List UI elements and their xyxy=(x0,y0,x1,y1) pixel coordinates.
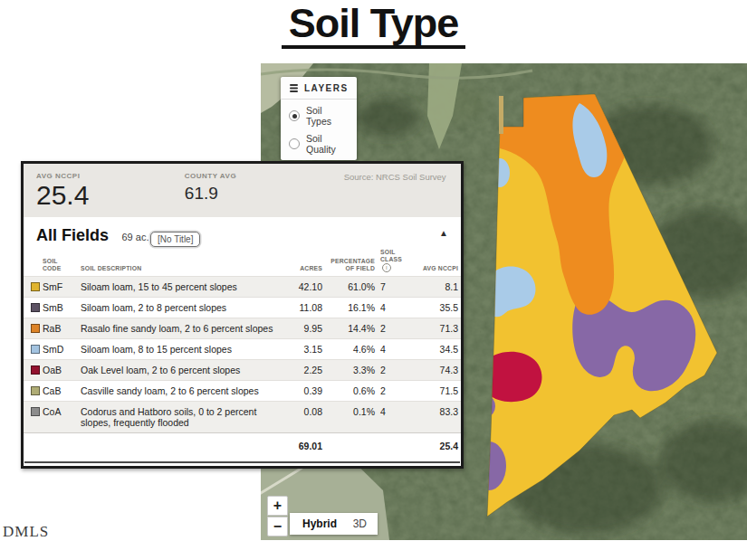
section-row: All Fields 69 ac. [No Title] ▲ xyxy=(24,217,461,245)
col-avg-nccpi[interactable]: AVG NCCPI xyxy=(414,247,461,277)
soil-swatch xyxy=(31,282,40,291)
col-acres[interactable]: ACRES xyxy=(282,247,325,277)
soil-swatch xyxy=(31,324,40,333)
avg-nccpi-label: AVG NCCPI xyxy=(36,172,176,180)
table-row[interactable]: SmDSiloam loam, 8 to 15 percent slopes 3… xyxy=(24,338,461,359)
soil-swatch xyxy=(31,303,40,312)
table-row[interactable]: SmFSiloam loam, 15 to 45 percent slopes … xyxy=(24,276,461,297)
soil-types-option[interactable]: Soil Types xyxy=(281,100,357,128)
county-avg-value: 61.9 xyxy=(185,184,324,204)
soil-quality-radio[interactable] xyxy=(289,138,300,149)
watermark-dmls: DMLS xyxy=(3,523,49,541)
soil-types-radio[interactable] xyxy=(289,110,300,121)
section-title: All Fields xyxy=(36,226,109,244)
table-row[interactable]: CoACodorus and Hatboro soils, 0 to 2 per… xyxy=(24,401,461,432)
col-soil-code[interactable]: SOIL CODE xyxy=(40,247,78,277)
total-row: 69.01 25.4 xyxy=(24,432,461,460)
soil-swatch xyxy=(31,407,40,416)
panel-header: AVG NCCPI 25.4 COUNTY AVG 61.9 Source: N… xyxy=(24,164,461,217)
table-row[interactable]: RaBRasalo fine sandy loam, 2 to 6 percen… xyxy=(24,318,461,338)
soil-quality-option[interactable]: Soil Quality xyxy=(281,128,357,156)
3d-button[interactable]: 3D xyxy=(353,517,378,530)
info-icon[interactable]: i xyxy=(382,263,391,272)
county-avg-label: COUNTY AVG xyxy=(185,172,324,180)
col-soil-description[interactable]: SOIL DESCRIPTION xyxy=(78,247,282,277)
avg-nccpi-value: 25.4 xyxy=(36,181,176,210)
layers-icon xyxy=(289,83,299,93)
table-row[interactable]: CaBCasville sandy loam, 2 to 6 percent s… xyxy=(24,380,461,401)
basemap-bar: Hybrid 3D xyxy=(290,513,378,535)
col-percentage[interactable]: PERCENTAGE OF FIELD xyxy=(325,247,378,277)
soil-types-label: Soil Types xyxy=(306,105,349,127)
soil-report-panel: AVG NCCPI 25.4 COUNTY AVG 61.9 Source: N… xyxy=(21,161,464,469)
total-acres: 69.01 xyxy=(282,432,325,460)
zoom-out-button[interactable]: − xyxy=(267,517,288,536)
layers-panel: LAYERS Soil Types Soil Quality xyxy=(281,77,357,160)
soil-swatch xyxy=(31,345,40,354)
source-note: Source: NRCS Soil Survey xyxy=(344,172,448,183)
soil-table: SOIL CODE SOIL DESCRIPTION ACRES PERCENT… xyxy=(24,247,461,460)
dirt-road-strip xyxy=(499,96,503,134)
table-row[interactable]: OaBOak Level loam, 2 to 6 percent slopes… xyxy=(24,359,461,380)
no-title-badge[interactable]: [No Title] xyxy=(150,232,200,247)
layers-title: LAYERS xyxy=(304,83,349,93)
panel-bottom-rule xyxy=(24,461,460,463)
page-title: Soil Type xyxy=(282,2,466,49)
zoom-in-button[interactable]: + xyxy=(267,496,288,516)
soil-quality-label: Soil Quality xyxy=(306,133,349,155)
soil-swatch xyxy=(31,386,40,395)
hybrid-button[interactable]: Hybrid xyxy=(290,517,353,530)
soil-swatch xyxy=(31,365,40,375)
table-row[interactable]: SmBSiloam loam, 2 to 8 percent slopes 11… xyxy=(24,297,461,318)
collapse-triangle-icon[interactable]: ▲ xyxy=(439,228,448,238)
section-acres: 69 ac. xyxy=(121,232,148,242)
total-nccpi: 25.4 xyxy=(414,432,461,460)
col-soil-class[interactable]: SOIL CLASSi xyxy=(378,247,414,277)
